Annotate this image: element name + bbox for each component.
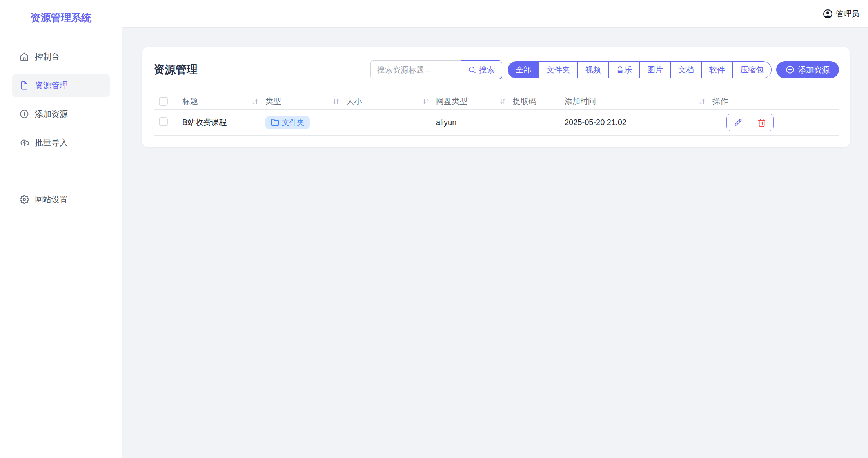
add-resource-label: 添加资源 (798, 65, 830, 75)
trash-icon (757, 118, 766, 127)
sort-icon[interactable] (698, 98, 706, 105)
plus-circle-icon (20, 109, 29, 119)
filter-all[interactable]: 全部 (508, 62, 539, 78)
sidebar-item-site-settings[interactable]: 网站设置 (12, 188, 110, 211)
app-title: 资源管理系统 (12, 11, 110, 25)
sidebar-item-label: 批量导入 (35, 137, 68, 148)
sidebar-item-label: 网站设置 (35, 194, 68, 205)
filter-group: 全部 文件夹 视频 音乐 图片 文档 软件 压缩包 (508, 61, 772, 78)
content: 资源管理 搜索 全部 文件夹 视频 (122, 28, 868, 458)
search-input[interactable] (370, 60, 461, 79)
search-button-label: 搜索 (479, 65, 495, 75)
filter-music[interactable]: 音乐 (608, 62, 639, 78)
row-actions-cell (712, 114, 839, 131)
column-header-size: 大小 (346, 96, 436, 107)
resource-table: 标题 类型 大小 网盘类型 (154, 96, 839, 136)
row-actions-group (726, 114, 774, 131)
folder-icon (271, 118, 279, 127)
filter-document[interactable]: 文档 (670, 62, 701, 78)
column-header-netdisk: 网盘类型 (436, 96, 513, 107)
add-resource-button[interactable]: 添加资源 (776, 61, 839, 78)
select-all-checkbox[interactable] (159, 97, 168, 106)
sidebar-item-batch-import[interactable]: 批量导入 (12, 131, 110, 154)
column-header-title: 标题 (182, 96, 265, 107)
app-root: 资源管理系统 控制台 资源管理 添加资源 (0, 0, 868, 458)
sidebar-item-label: 控制台 (35, 51, 60, 62)
row-title: B站收费课程 (182, 117, 265, 128)
sort-icon[interactable] (499, 98, 507, 105)
row-netdisk-type: aliyun (436, 118, 513, 127)
table-row: B站收费课程 文件夹 aliyun 2025-05 (154, 110, 839, 136)
column-header-added-time: 添加时间 (565, 96, 712, 107)
column-header-type: 类型 (265, 96, 346, 107)
delete-button[interactable] (750, 114, 773, 131)
column-header-extract-code: 提取码 (513, 96, 565, 107)
search-icon (468, 66, 476, 74)
main-area: 管理员 资源管理 搜索 全部 (122, 0, 868, 458)
row-checkbox[interactable] (159, 117, 168, 126)
sidebar-item-label: 资源管理 (35, 80, 68, 91)
filter-software[interactable]: 软件 (701, 62, 732, 78)
select-all-cell (154, 97, 182, 106)
column-header-actions: 操作 (712, 96, 839, 107)
edit-button[interactable] (727, 114, 750, 131)
filter-archive[interactable]: 压缩包 (732, 62, 771, 78)
sidebar-nav: 控制台 资源管理 添加资源 批量导入 (12, 45, 110, 211)
resource-card: 资源管理 搜索 全部 文件夹 视频 (142, 47, 850, 147)
upload-cloud-icon (20, 138, 29, 147)
sort-icon[interactable] (251, 98, 259, 105)
sidebar-item-resources[interactable]: 资源管理 (12, 74, 110, 97)
pencil-icon (734, 118, 743, 127)
user-circle-icon (823, 9, 833, 19)
home-icon (20, 52, 29, 62)
toolbar: 搜索 全部 文件夹 视频 音乐 图片 文档 软件 压缩包 (370, 60, 839, 79)
card-header: 资源管理 搜索 全部 文件夹 视频 (154, 47, 839, 79)
file-icon (20, 81, 29, 90)
user-menu[interactable]: 管理员 (823, 9, 859, 19)
sidebar-item-dashboard[interactable]: 控制台 (12, 45, 110, 69)
filter-image[interactable]: 图片 (639, 62, 670, 78)
sidebar: 资源管理系统 控制台 资源管理 添加资源 (0, 0, 122, 458)
sidebar-item-add-resource[interactable]: 添加资源 (12, 102, 110, 126)
sidebar-item-label: 添加资源 (35, 109, 68, 119)
gear-icon (20, 195, 29, 204)
row-added-time: 2025-05-20 21:02 (565, 118, 712, 127)
search-button[interactable]: 搜索 (461, 60, 502, 79)
sort-icon[interactable] (422, 98, 430, 105)
sort-icon[interactable] (332, 98, 340, 105)
row-type-cell: 文件夹 (265, 116, 346, 129)
type-badge: 文件夹 (265, 116, 310, 129)
table-header-row: 标题 类型 大小 网盘类型 (154, 96, 839, 110)
user-label: 管理员 (836, 9, 859, 19)
plus-circle-icon (786, 65, 794, 74)
row-select-cell (154, 117, 182, 128)
page-title: 资源管理 (154, 62, 198, 77)
filter-video[interactable]: 视频 (577, 62, 608, 78)
topbar: 管理员 (122, 0, 868, 28)
filter-folder[interactable]: 文件夹 (539, 62, 577, 78)
sidebar-divider (12, 174, 110, 174)
